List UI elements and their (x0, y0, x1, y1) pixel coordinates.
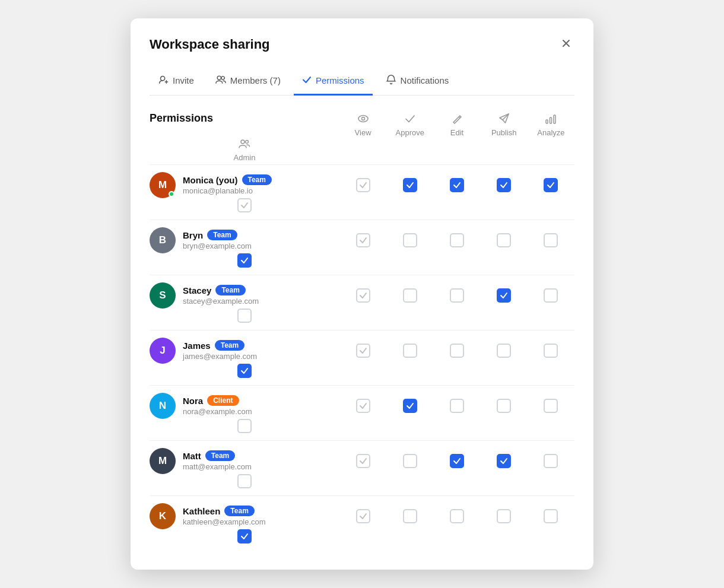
tab-invite[interactable]: Invite (150, 68, 202, 96)
checkbox-cell-view (339, 344, 386, 358)
checkbox-approve[interactable] (403, 454, 417, 468)
svg-point-2 (221, 77, 224, 80)
table-row: KKathleenTeamkathleen@example.com (150, 495, 574, 551)
checkbox-edit[interactable] (450, 288, 464, 303)
checkbox-edit[interactable] (450, 178, 464, 192)
members-icon (215, 74, 226, 87)
checkbox-admin[interactable] (237, 474, 252, 488)
checkbox-view[interactable] (356, 454, 370, 468)
checkbox-cell-view (339, 178, 386, 192)
checkbox-admin[interactable] (237, 364, 252, 378)
checkbox-view[interactable] (356, 344, 370, 358)
checkbox-admin[interactable] (237, 309, 252, 323)
checkbox-admin[interactable] (237, 198, 252, 212)
user-name: KathleenTeam (183, 506, 266, 516)
avatar: M (150, 448, 176, 474)
check-icon (302, 75, 312, 86)
checkbox-admin[interactable] (237, 419, 252, 433)
user-email: james@example.com (183, 352, 257, 361)
checkbox-edit[interactable] (450, 344, 464, 358)
checkbox-approve[interactable] (403, 288, 417, 303)
user-details: Monica (you)Teammonica@planable.io (183, 174, 272, 195)
svg-point-1 (217, 76, 221, 80)
checkbox-publish[interactable] (497, 454, 511, 468)
checkbox-cell-approve (386, 233, 433, 247)
tab-notifications-label: Notifications (401, 75, 449, 85)
table-row: MMattTeammatt@example.com (150, 440, 574, 495)
checkbox-publish[interactable] (497, 233, 511, 247)
checkbox-approve[interactable] (403, 344, 417, 358)
checkbox-cell-approve (386, 399, 433, 413)
checkbox-view[interactable] (356, 399, 370, 413)
tab-permissions[interactable]: Permissions (294, 68, 373, 96)
column-headers: Permissions View Approve (150, 112, 574, 162)
checkbox-analyze[interactable] (544, 399, 558, 413)
checkbox-approve[interactable] (403, 178, 417, 192)
table-row: NNoraClientnora@example.com (150, 385, 574, 440)
checkbox-cell-edit (433, 288, 480, 303)
user-tag: Team (224, 506, 254, 516)
user-tag: Team (215, 340, 244, 351)
tab-notifications[interactable]: Notifications (377, 68, 458, 96)
svg-point-4 (361, 117, 364, 120)
checkbox-edit[interactable] (450, 399, 464, 413)
checkbox-analyze[interactable] (544, 454, 558, 468)
checkbox-cell-approve (386, 509, 433, 523)
checkbox-publish[interactable] (497, 509, 511, 523)
checkbox-view[interactable] (356, 178, 370, 192)
checkbox-analyze[interactable] (544, 233, 558, 247)
checkbox-cell-approve (386, 288, 433, 303)
checkbox-cell-edit (433, 454, 480, 468)
tab-invite-label: Invite (173, 75, 194, 85)
svg-point-3 (358, 115, 368, 122)
checkbox-cell-admin (150, 253, 339, 268)
checkbox-cell-publish (481, 344, 528, 358)
user-email: matt@example.com (183, 462, 252, 471)
checkbox-edit[interactable] (450, 509, 464, 523)
avatar: N (150, 393, 176, 419)
checkbox-cell-publish (481, 178, 528, 192)
col-header-edit: Edit (433, 112, 480, 137)
user-details: NoraClientnora@example.com (183, 395, 252, 416)
svg-point-9 (246, 140, 249, 143)
user-name: NoraClient (183, 395, 252, 406)
avatar: J (150, 338, 176, 364)
user-rows-container: MMonica (you)Teammonica@planable.ioBBryn… (150, 164, 574, 551)
checkbox-cell-approve (386, 344, 433, 358)
checkbox-admin[interactable] (237, 253, 252, 268)
checkbox-view[interactable] (356, 233, 370, 247)
tab-members[interactable]: Members (7) (207, 68, 289, 96)
tabs-bar: Invite Members (7) Permissions (150, 68, 574, 96)
tab-members-label: Members (7) (230, 75, 281, 85)
checkbox-cell-approve (386, 454, 433, 468)
checkbox-edit[interactable] (450, 233, 464, 247)
checkbox-approve[interactable] (403, 399, 417, 413)
user-email: stacey@example.com (183, 297, 259, 306)
checkbox-edit[interactable] (450, 454, 464, 468)
checkbox-analyze[interactable] (544, 178, 558, 192)
checkbox-view[interactable] (356, 288, 370, 303)
checkbox-view[interactable] (356, 509, 370, 523)
checkbox-analyze[interactable] (544, 509, 558, 523)
checkbox-approve[interactable] (403, 233, 417, 247)
user-tag: Team (215, 285, 245, 295)
checkbox-cell-edit (433, 233, 480, 247)
checkbox-cell-edit (433, 344, 480, 358)
col-header-approve: Approve (386, 112, 433, 137)
checkbox-publish[interactable] (497, 399, 511, 413)
checkbox-analyze[interactable] (544, 288, 558, 303)
user-name: MattTeam (183, 450, 252, 461)
checkbox-analyze[interactable] (544, 344, 558, 358)
user-info: MMattTeammatt@example.com (150, 448, 339, 474)
tab-permissions-label: Permissions (316, 75, 364, 85)
table-row: BBrynTeambryn@example.com (150, 220, 574, 275)
checkbox-approve[interactable] (403, 509, 417, 523)
svg-point-8 (241, 140, 244, 144)
checkbox-publish[interactable] (497, 288, 511, 303)
checkbox-admin[interactable] (237, 529, 252, 543)
close-button[interactable] (558, 35, 574, 54)
svg-rect-6 (550, 117, 552, 123)
checkbox-publish[interactable] (497, 178, 511, 192)
checkbox-publish[interactable] (497, 344, 511, 358)
svg-rect-5 (546, 120, 548, 123)
